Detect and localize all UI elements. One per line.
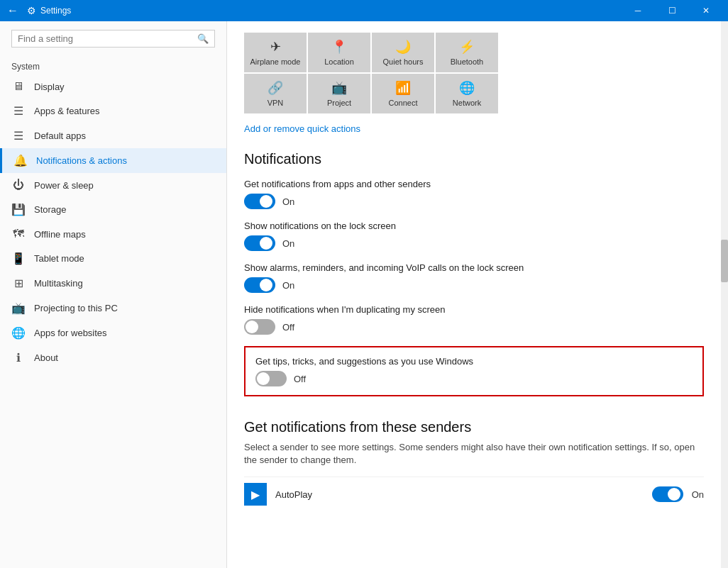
apps-websites-icon: 🌐 [11, 326, 26, 340]
show-alarms-toggle[interactable] [244, 277, 275, 293]
scrollbar-track[interactable] [721, 21, 728, 568]
get-tips-toggle-row: Off [255, 371, 693, 386]
show-lock-screen-state: On [282, 238, 294, 249]
senders-description: Select a sender to see more settings. So… [244, 441, 704, 467]
sidebar-item-storage[interactable]: 💾 Storage [0, 197, 226, 222]
power-icon: ⏻ [11, 179, 26, 191]
sidebar-item-label: About [34, 352, 58, 363]
senders-section: Get notifications from these senders Sel… [227, 419, 721, 523]
main-panel: ✈ Airplane mode 📍 Location 🌙 Quiet hours… [227, 21, 721, 568]
search-icon: 🔍 [197, 33, 209, 44]
toggle-knob [246, 321, 258, 333]
about-icon: ℹ [11, 351, 26, 364]
quick-action-vpn[interactable]: 🔗 VPN [244, 74, 307, 113]
autoplay-toggle[interactable] [652, 486, 683, 502]
connect-icon: 📶 [395, 80, 411, 96]
sidebar-item-about[interactable]: ℹ About [0, 345, 226, 370]
hide-duplicating-toggle-row: Off [244, 319, 704, 335]
get-tips-label: Get tips, tricks, and suggestions as you… [255, 356, 693, 367]
sidebar-item-label: Tablet mode [34, 253, 84, 264]
search-box[interactable]: 🔍 [11, 30, 215, 48]
get-notifications-toggle[interactable] [244, 194, 275, 209]
bluetooth-icon: ⚡ [459, 39, 475, 55]
back-button[interactable]: ← [6, 4, 20, 18]
quick-actions-section: ✈ Airplane mode 📍 Location 🌙 Quiet hours… [227, 21, 721, 145]
show-lock-screen-toggle[interactable] [244, 235, 275, 251]
sidebar-item-label: Notifications & actions [36, 155, 127, 166]
search-input[interactable] [18, 33, 197, 44]
sidebar-item-label: Power & sleep [34, 180, 94, 191]
get-notifications-toggle-row: On [244, 194, 704, 209]
setting-hide-duplicating: Hide notifications when I'm duplicating … [244, 304, 704, 335]
show-alarms-toggle-row: On [244, 277, 704, 293]
show-alarms-label: Show alarms, reminders, and incoming VoI… [244, 262, 704, 273]
quick-action-network[interactable]: 🌐 Network [436, 74, 498, 113]
get-tips-toggle[interactable] [255, 371, 287, 386]
project-icon: 📺 [331, 80, 347, 96]
toggle-knob [260, 279, 272, 291]
tablet-icon: 📱 [11, 252, 26, 265]
quiet-hours-label: Quiet hours [383, 57, 424, 66]
sidebar-item-label: Projecting to this PC [34, 303, 118, 313]
sidebar-item-projecting[interactable]: 📺 Projecting to this PC [0, 296, 226, 321]
setting-show-alarms: Show alarms, reminders, and incoming VoI… [244, 262, 704, 293]
toggle-knob [257, 372, 270, 385]
sidebar: 🔍 System 🖥 Display ☰ Apps & features ☰ D… [0, 21, 227, 568]
app-icon: ⚙ [27, 5, 36, 16]
scrollbar-thumb[interactable] [721, 240, 728, 282]
restore-button[interactable]: ☐ [656, 0, 688, 21]
get-notifications-state: On [282, 196, 294, 207]
location-label: Location [324, 57, 354, 66]
sidebar-item-tablet-mode[interactable]: 📱 Tablet mode [0, 246, 226, 271]
sidebar-item-multitasking[interactable]: ⊞ Multitasking [0, 271, 226, 296]
notifications-icon: 🔔 [13, 154, 28, 167]
sender-item-autoplay[interactable]: ▶ AutoPlay On [244, 477, 704, 511]
quick-action-project[interactable]: 📺 Project [308, 74, 370, 113]
quick-action-quiet-hours[interactable]: 🌙 Quiet hours [372, 33, 434, 72]
notifications-section: Notifications Get notifications from app… [227, 145, 721, 419]
sidebar-item-default-apps[interactable]: ☰ Default apps [0, 123, 226, 148]
default-apps-icon: ☰ [11, 129, 26, 143]
connect-label: Connect [389, 99, 418, 107]
airplane-label: Airplane mode [250, 57, 301, 66]
show-lock-screen-label: Show notifications on the lock screen [244, 221, 704, 231]
bluetooth-label: Bluetooth [451, 57, 483, 66]
sidebar-item-label: Storage [34, 204, 67, 215]
autoplay-name: AutoPlay [275, 489, 644, 500]
vpn-label: VPN [268, 99, 284, 107]
app-body: 🔍 System 🖥 Display ☰ Apps & features ☰ D… [0, 21, 728, 568]
sidebar-item-offline-maps[interactable]: 🗺 Offline maps [0, 222, 226, 246]
setting-get-notifications: Get notifications from apps and other se… [244, 179, 704, 209]
titlebar: ← ⚙ Settings ─ ☐ ✕ [0, 0, 728, 21]
sidebar-item-apps-features[interactable]: ☰ Apps & features [0, 99, 226, 123]
setting-show-lock-screen: Show notifications on the lock screen On [244, 221, 704, 251]
window-controls: ─ ☐ ✕ [622, 0, 722, 21]
sidebar-item-label: Display [34, 82, 65, 92]
get-tips-state: Off [294, 374, 306, 384]
apps-features-icon: ☰ [11, 104, 26, 118]
sidebar-item-power-sleep[interactable]: ⏻ Power & sleep [0, 173, 226, 197]
quick-action-location[interactable]: 📍 Location [308, 33, 370, 72]
sidebar-item-label: Default apps [34, 130, 86, 141]
toggle-knob [260, 195, 272, 208]
sidebar-item-label: Offline maps [34, 229, 86, 240]
sidebar-item-notifications-actions[interactable]: 🔔 Notifications & actions [0, 148, 226, 173]
autoplay-state: On [692, 489, 704, 500]
minimize-button[interactable]: ─ [622, 0, 654, 21]
hide-duplicating-toggle[interactable] [244, 319, 275, 335]
quick-action-bluetooth[interactable]: ⚡ Bluetooth [436, 33, 498, 72]
add-remove-link[interactable]: Add or remove quick actions [244, 123, 360, 134]
quick-action-airplane[interactable]: ✈ Airplane mode [244, 33, 307, 72]
toggle-knob [668, 488, 680, 501]
sidebar-item-display[interactable]: 🖥 Display [0, 74, 226, 99]
quick-action-connect[interactable]: 📶 Connect [372, 74, 434, 113]
multitasking-icon: ⊞ [11, 277, 26, 290]
display-icon: 🖥 [11, 80, 26, 93]
maps-icon: 🗺 [11, 228, 26, 240]
close-button[interactable]: ✕ [690, 0, 722, 21]
vpn-icon: 🔗 [268, 80, 283, 96]
sidebar-item-apps-websites[interactable]: 🌐 Apps for websites [0, 321, 226, 345]
hide-duplicating-label: Hide notifications when I'm duplicating … [244, 304, 704, 315]
sidebar-item-label: Apps & features [34, 106, 100, 116]
show-alarms-state: On [282, 280, 294, 291]
